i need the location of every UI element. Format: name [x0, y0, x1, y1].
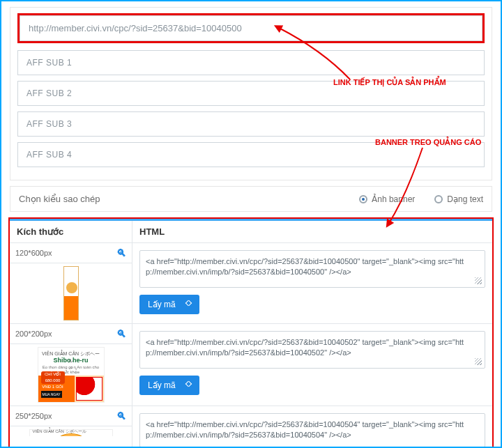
- aff-sub-2-input[interactable]: AFF SUB 2: [17, 81, 485, 106]
- html-code-box[interactable]: <a href="http://member.civi.vn/cpc/?sid=…: [139, 331, 485, 369]
- resize-handle-icon[interactable]: [475, 358, 482, 365]
- thumb-product-image: [76, 377, 102, 401]
- size-label: 200*200px: [15, 330, 52, 338]
- aff-sub-3-input[interactable]: AFF SUB 3: [17, 111, 485, 137]
- aff-sub-1-input[interactable]: AFF SUB 1: [17, 50, 485, 75]
- radio-text-mode[interactable]: Dạng text: [434, 194, 483, 204]
- radio-image-banner[interactable]: Ảnh banner: [359, 194, 415, 204]
- copy-code-button-label: Lấy mã: [148, 300, 176, 309]
- size-label: 120*600px: [15, 249, 52, 257]
- code-icon: [181, 382, 191, 389]
- zoom-icon[interactable]: 🔍︎: [116, 410, 126, 422]
- html-code-text: <a href="http://member.civi.vn/cpc/?sid=…: [146, 338, 464, 357]
- html-code-box[interactable]: <a href="http://member.civi.vn/cpc/?sid=…: [139, 413, 485, 447]
- link-card: AFF SUB 1 AFF SUB 2 AFF SUB 3 AFF SUB 4: [10, 7, 492, 180]
- aff-sub-4-input[interactable]: AFF SUB 4: [17, 142, 485, 167]
- banner-thumb-200x200[interactable]: VIÊN GIẢM CÂN シボヘール Shibo he-ru Eo thon …: [38, 347, 105, 403]
- html-code-text: <a href="http://member.civi.vn/cpc/?sid=…: [146, 420, 464, 439]
- th-html: HTML: [132, 221, 492, 242]
- banner-table: Kích thước HTML 120*600px 🔍︎ <a href="ht…: [8, 217, 494, 448]
- copy-mode-label: Chọn kiểu sao chép: [19, 194, 340, 204]
- radio-checked-icon: [359, 195, 367, 203]
- html-code-box[interactable]: <a href="http://member.civi.vn/cpc/?sid=…: [139, 250, 485, 288]
- zoom-icon[interactable]: 🔍︎: [116, 328, 126, 339]
- affiliate-link-input[interactable]: [20, 15, 482, 41]
- resize-handle-icon[interactable]: [475, 277, 482, 284]
- html-code-text: <a href="http://member.civi.vn/cpc/?sid=…: [146, 257, 464, 276]
- banner-thumb-250x250[interactable]: VIÊN GIẢM CÂN シボヘール: [29, 429, 113, 436]
- table-row: 120*600px 🔍︎ <a href="http://member.civi…: [10, 243, 492, 324]
- thumb-buy-button: MUA NGAY: [41, 391, 62, 398]
- thumb-caption: VIÊN GIẢM CÂN シボヘール: [33, 428, 86, 435]
- code-icon: [181, 301, 191, 308]
- thumb-brand-line2: Shibo he-ru: [40, 357, 102, 364]
- banner-table-header: Kích thước HTML: [10, 219, 492, 243]
- thumb-price-badge: CHỈ VỚI 680.000 VNĐ 1 GÓI 120 VIÊN: [41, 371, 65, 384]
- banner-thumb-120x600[interactable]: [63, 266, 79, 320]
- radio-text-mode-label: Dạng text: [447, 194, 483, 204]
- radio-image-banner-label: Ảnh banner: [372, 194, 415, 204]
- th-size: Kích thước: [10, 221, 132, 242]
- zoom-icon[interactable]: 🔍︎: [116, 247, 126, 258]
- copy-mode-card: Chọn kiểu sao chép Ảnh banner Dạng text: [10, 186, 492, 212]
- radio-unchecked-icon: [434, 195, 443, 203]
- table-row: 200*200px 🔍︎ VIÊN GIẢM CÂN シボヘール Shibo h…: [10, 324, 492, 406]
- copy-code-button[interactable]: Lấy mã: [139, 376, 199, 395]
- link-highlight-frame: [17, 13, 485, 43]
- copy-code-button[interactable]: Lấy mã: [139, 295, 199, 314]
- size-label: 250*250px: [15, 412, 52, 420]
- copy-code-button-label: Lấy mã: [148, 380, 176, 390]
- table-row: 250*250px 🔍︎ VIÊN GIẢM CÂN シボヘール <a href…: [10, 406, 492, 447]
